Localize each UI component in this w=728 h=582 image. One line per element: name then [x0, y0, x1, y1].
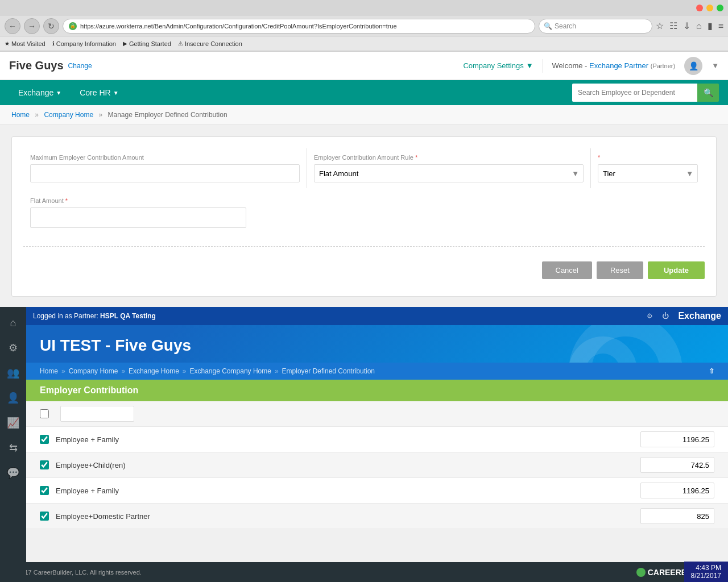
insecure-icon: ⚠: [178, 40, 183, 47]
flat-amount-input[interactable]: [30, 207, 246, 228]
rule-label: Employer Contribution Amount Rule *: [314, 154, 584, 161]
row-4-label: Employee+Domestic Partner: [56, 512, 640, 521]
bookmark-star-icon[interactable]: ☆: [656, 20, 664, 31]
change-link[interactable]: Change: [68, 62, 92, 70]
row-2-checkbox[interactable]: [40, 460, 49, 469]
table-row-0: [26, 401, 728, 427]
flat-amount-section: Flat Amount *: [23, 188, 705, 237]
row-0-blank-value[interactable]: [60, 406, 134, 422]
row-1-checkbox[interactable]: [40, 435, 49, 444]
row-2-value[interactable]: [640, 457, 714, 473]
action-buttons: Cancel Reset Update: [23, 256, 705, 285]
flat-amount-required-star: *: [65, 197, 68, 204]
bottom-breadcrumb-company-home[interactable]: Company Home: [69, 367, 118, 375]
home-icon[interactable]: ⌂: [696, 21, 702, 31]
settings-gear-icon[interactable]: ⚙: [647, 312, 653, 320]
row-1-label: Employee + Family: [56, 435, 640, 444]
power-icon[interactable]: ⏻: [662, 312, 669, 320]
company-info-icon: ℹ: [52, 40, 55, 47]
max-contribution-input[interactable]: [30, 164, 300, 182]
browser-back-btn[interactable]: ←: [5, 18, 20, 34]
nav-search-icon: 🔍: [704, 88, 713, 97]
breadcrumb-company-home[interactable]: Company Home: [44, 111, 93, 119]
employee-search-input[interactable]: [572, 84, 697, 102]
row-3-value[interactable]: [640, 483, 714, 498]
download-icon[interactable]: ⇓: [683, 20, 690, 31]
browser-toolbar-icons: ☆ ☷ ⇓ ⌂ ▮ ≡: [656, 20, 723, 31]
company-settings-label: Company Settings: [463, 61, 523, 70]
app-header: Five Guys Change Company Settings ▼ Welc…: [0, 52, 728, 80]
breadcrumb: Home » Company Home » Manage Employer De…: [0, 105, 728, 125]
browser-refresh-btn[interactable]: ↻: [43, 18, 59, 34]
cancel-button[interactable]: Cancel: [542, 261, 592, 279]
sidebar-home-icon[interactable]: ⌂: [2, 311, 24, 334]
reader-icon[interactable]: ☷: [669, 20, 677, 31]
exchange-partner-link[interactable]: Exchange Partner: [589, 61, 648, 70]
sidebar-transfer-icon[interactable]: ⇆: [2, 436, 24, 459]
sidebar-people-icon[interactable]: 👥: [2, 361, 24, 384]
sidebar-puzzle-icon[interactable]: ⚙: [2, 336, 24, 359]
bottom-panel: Logged in as Partner: HSPL QA Testing ⚙ …: [26, 307, 728, 529]
bookmark-most-visited[interactable]: ★ Most Visited: [5, 40, 46, 47]
bottom-breadcrumb: Home » Company Home » Exchange Home » Ex…: [26, 363, 728, 380]
row-1-value[interactable]: [640, 431, 714, 447]
bookmark-company-info[interactable]: ℹ Company Information: [52, 40, 116, 47]
shield-icon[interactable]: ▮: [708, 20, 713, 31]
bottom-sep-3: »: [183, 367, 187, 375]
employer-contribution-header: Employer Contribution: [40, 385, 138, 395]
browser-close-btn[interactable]: [696, 5, 703, 11]
breadcrumb-home[interactable]: Home: [11, 111, 30, 119]
rule-select[interactable]: Flat Amount: [314, 164, 584, 182]
sidebar-user-icon[interactable]: 👤: [2, 386, 24, 409]
bottom-breadcrumb-exchange-home[interactable]: Exchange Home: [129, 367, 179, 375]
most-visited-icon: ★: [5, 40, 10, 47]
bottom-sep-1: »: [61, 367, 65, 375]
menu-icon[interactable]: ≡: [718, 21, 723, 31]
nav-core-hr[interactable]: Core HR ▼: [71, 80, 127, 105]
bookmark-most-visited-label: Most Visited: [11, 40, 46, 47]
company-settings-button[interactable]: Company Settings ▼: [463, 61, 533, 70]
employee-search-button[interactable]: 🔍: [697, 84, 719, 102]
welcome-text: Welcome - Exchange Partner (Partner): [552, 61, 676, 70]
tier-select[interactable]: Tier: [598, 164, 698, 182]
bottom-breadcrumb-exchange-company-home[interactable]: Exchange Company Home: [190, 367, 271, 375]
nav-exchange[interactable]: Exchange ▼: [9, 80, 71, 105]
row-0-blank-input[interactable]: [40, 409, 49, 418]
reset-button[interactable]: Reset: [597, 261, 643, 279]
bottom-panel-topbar: Logged in as Partner: HSPL QA Testing ⚙ …: [26, 307, 728, 325]
browser-search-area[interactable]: 🔍 Search: [539, 19, 652, 34]
company-name: Five Guys: [9, 59, 64, 72]
browser-url-bar[interactable]: 🔒 https://azure.workterra.net/BenAdmin/C…: [63, 19, 535, 34]
table-row-3: Employee + Family: [26, 478, 728, 504]
browser-min-btn[interactable]: [706, 5, 713, 11]
sidebar-chart-icon[interactable]: 📈: [2, 411, 24, 434]
avatar[interactable]: 👤: [684, 57, 702, 75]
bottom-section-header: Employer Contribution: [26, 380, 728, 401]
browser-forward-btn[interactable]: →: [24, 18, 40, 34]
tier-required-star: *: [598, 154, 600, 161]
core-hr-chevron-icon: ▼: [113, 90, 119, 96]
row-4-value[interactable]: [640, 508, 714, 524]
table-row-1: Employee + Family: [26, 427, 728, 452]
bookmark-getting-started[interactable]: ▶ Getting Started: [123, 40, 171, 47]
row-3-checkbox[interactable]: [40, 486, 49, 495]
bottom-breadcrumb-home[interactable]: Home: [40, 367, 58, 375]
getting-started-icon: ▶: [123, 40, 127, 47]
url-text: https://azure.workterra.net/BenAdmin/Con…: [80, 23, 529, 30]
collapse-icon[interactable]: ⇧: [709, 367, 714, 375]
bottom-sep-4: »: [275, 367, 279, 375]
row-4-checkbox[interactable]: [40, 512, 49, 521]
rule-required-star: *: [415, 154, 417, 161]
account-dropdown-icon[interactable]: ▼: [712, 61, 719, 70]
flat-amount-field: Flat Amount *: [23, 188, 705, 237]
sidebar-chat-icon[interactable]: 💬: [2, 462, 24, 484]
logged-in-label: Logged in as Partner: HSPL QA Testing: [33, 312, 156, 320]
browser-max-btn[interactable]: [717, 5, 723, 11]
tier-field: * Tier ▼: [591, 148, 705, 188]
bookmark-insecure[interactable]: ⚠ Insecure Connection: [178, 40, 242, 47]
bookmarks-bar: ★ Most Visited ℹ Company Information ▶ G…: [0, 36, 728, 51]
date-display: 8/21/2017: [691, 572, 721, 580]
update-button[interactable]: Update: [648, 261, 705, 279]
ssl-icon: 🔒: [69, 22, 77, 30]
row-3-label: Employee + Family: [56, 487, 640, 495]
